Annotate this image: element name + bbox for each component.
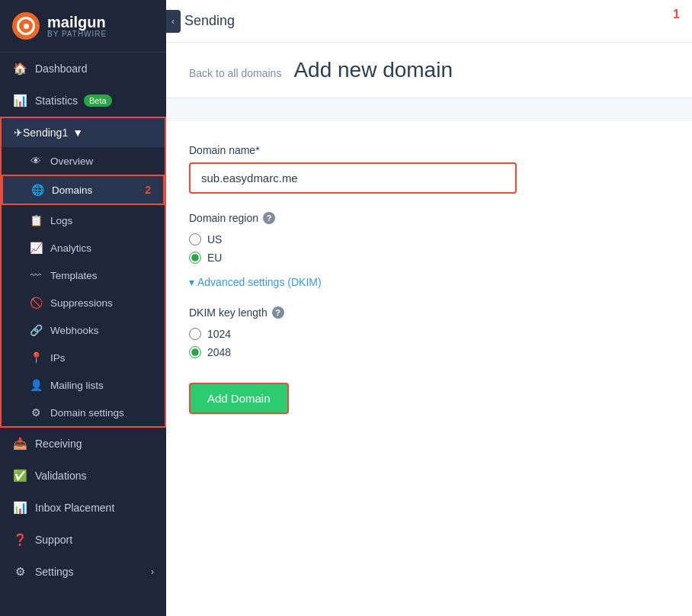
dkim-1024-label: 1024 [207, 328, 231, 340]
dkim-2048-option[interactable]: 2048 [189, 346, 669, 358]
main-content: ‹ Sending 1 Back to all domains Add new … [166, 0, 692, 616]
sidebar-item-label: Logs [50, 215, 72, 226]
sidebar-item-domains[interactable]: 🌐 Domains 2 [3, 176, 163, 204]
overview-icon: 👁 [29, 154, 43, 168]
sidebar-item-domain-settings[interactable]: ⚙ Domain settings [2, 399, 165, 426]
sidebar-item-label: Support [35, 534, 72, 546]
logo-subtext: BY PATHWIRE [47, 30, 107, 38]
domain-settings-icon: ⚙ [29, 406, 43, 419]
dkim-key-length-label: DKIM key length ? [189, 306, 669, 319]
page-title: Add new domain [293, 58, 453, 82]
sidebar-item-label: Domains [52, 184, 92, 196]
dashboard-icon: 🏠 [12, 61, 27, 76]
domain-region-label: Domain region ? [189, 212, 669, 224]
advanced-settings-link[interactable]: ▾ Advanced settings (DKIM) [189, 276, 669, 288]
sending-number: 1 [62, 127, 68, 139]
dkim-1024-radio[interactable] [189, 328, 201, 340]
webhooks-icon: 🔗 [29, 323, 43, 337]
dkim-help-icon[interactable]: ? [272, 306, 284, 319]
form-section: Domain name* Domain region ? US EU ▾ Adv… [166, 121, 692, 616]
sidebar-item-label: Inbox Placement [35, 502, 114, 514]
sidebar-item-label: Domain settings [50, 407, 124, 419]
sidebar-item-label: Webhooks [50, 325, 99, 336]
sidebar-item-templates[interactable]: 〰 Templates [2, 261, 165, 289]
domains-item: 🌐 Domains 2 [2, 175, 165, 205]
region-eu-radio[interactable] [189, 252, 201, 264]
sidebar-item-overview[interactable]: 👁 Overview [2, 147, 165, 175]
region-help-icon[interactable]: ? [263, 212, 275, 224]
chevron-right-icon: › [151, 566, 154, 577]
templates-icon: 〰 [29, 268, 43, 282]
add-domain-button[interactable]: Add Domain [189, 383, 289, 414]
sidebar: mailgun BY PATHWIRE 🏠 Dashboard 📊 Statis… [0, 0, 166, 616]
region-us-label: US [207, 233, 222, 245]
topbar-number: 1 [673, 8, 680, 21]
sidebar-item-support[interactable]: ❓ Support [0, 524, 166, 556]
analytics-icon: 📈 [29, 241, 43, 255]
topbar-title: Sending [184, 13, 235, 29]
sidebar-item-webhooks[interactable]: 🔗 Webhooks [2, 316, 165, 344]
sidebar-logo: mailgun BY PATHWIRE [0, 0, 166, 53]
support-icon: ❓ [12, 532, 27, 547]
dkim-2048-label: 2048 [207, 346, 231, 358]
top-bar: ‹ Sending 1 [166, 0, 692, 43]
inbox-placement-icon: 📊 [12, 500, 27, 515]
sidebar-item-label: Dashboard [35, 63, 88, 75]
beta-badge: Beta [84, 95, 112, 107]
logo-name: mailgun [47, 14, 107, 30]
sidebar-item-label: Templates [50, 270, 98, 281]
advanced-settings-label: Advanced settings (DKIM) [197, 276, 322, 288]
validations-icon: ✅ [12, 468, 27, 483]
page-title-row: Back to all domains Add new domain [166, 43, 692, 98]
sidebar-item-dashboard[interactable]: 🏠 Dashboard [0, 53, 166, 85]
domain-name-label: Domain name* [189, 144, 669, 156]
logo-icon [12, 12, 40, 40]
region-us-radio[interactable] [189, 233, 201, 245]
receiving-icon: 📥 [12, 436, 27, 451]
sidebar-item-statistics[interactable]: 📊 Statistics Beta [0, 85, 166, 117]
sidebar-item-label: Receiving [35, 438, 82, 450]
region-radio-group: US EU [189, 233, 669, 264]
chevron-down-small-icon: ▾ [189, 276, 194, 288]
back-to-domains-link[interactable]: Back to all domains [189, 67, 281, 79]
sending-icon: ✈ [14, 127, 23, 139]
sidebar-item-suppressions[interactable]: 🚫 Suppressions [2, 289, 165, 316]
sidebar-item-validations[interactable]: ✅ Validations [0, 460, 166, 492]
region-us-option[interactable]: US [189, 233, 669, 245]
chevron-down-icon: ▼ [72, 127, 83, 139]
sidebar-item-logs[interactable]: 📋 Logs [2, 207, 165, 234]
sidebar-item-label: Validations [35, 470, 86, 482]
region-eu-label: EU [207, 252, 222, 264]
sidebar-item-label: Settings [35, 566, 74, 578]
globe-icon: 🌐 [30, 183, 44, 197]
dkim-2048-radio[interactable] [189, 346, 201, 358]
statistics-icon: 📊 [12, 93, 27, 108]
ips-icon: 📍 [29, 351, 43, 364]
sidebar-item-label: Sending [23, 127, 62, 139]
dkim-section: DKIM key length ? 1024 2048 [189, 306, 669, 358]
sidebar-item-label: IPs [50, 352, 66, 364]
logs-icon: 📋 [29, 213, 43, 227]
sidebar-item-mailing-lists[interactable]: 👤 Mailing lists [2, 371, 165, 399]
sidebar-collapse-button[interactable]: ‹ [166, 10, 181, 33]
dkim-radio-group: 1024 2048 [189, 328, 669, 358]
suppressions-icon: 🚫 [29, 296, 43, 310]
sidebar-item-analytics[interactable]: 📈 Analytics [2, 234, 165, 261]
region-eu-option[interactable]: EU [189, 252, 669, 264]
dkim-1024-option[interactable]: 1024 [189, 328, 669, 340]
sidebar-item-inbox-placement[interactable]: 📊 Inbox Placement [0, 492, 166, 524]
sidebar-item-label: Overview [50, 156, 93, 167]
sidebar-item-receiving[interactable]: 📥 Receiving [0, 428, 166, 460]
mailing-lists-icon: 👤 [29, 378, 43, 392]
domain-name-input[interactable] [189, 162, 517, 194]
sending-section: ✈ Sending 1 ▼ 👁 Overview 🌐 Domains 2 📋 L… [0, 117, 166, 428]
domains-number: 2 [145, 184, 151, 196]
sidebar-item-label: Statistics [35, 95, 78, 107]
sidebar-item-settings[interactable]: ⚙ Settings › [0, 556, 166, 588]
sidebar-item-ips[interactable]: 📍 IPs [2, 344, 165, 371]
sidebar-item-sending[interactable]: ✈ Sending 1 ▼ [2, 118, 165, 147]
sidebar-item-label: Analytics [50, 242, 91, 254]
sidebar-item-label: Suppressions [50, 297, 113, 309]
sidebar-item-label: Mailing lists [50, 380, 104, 391]
settings-icon: ⚙ [12, 564, 27, 579]
